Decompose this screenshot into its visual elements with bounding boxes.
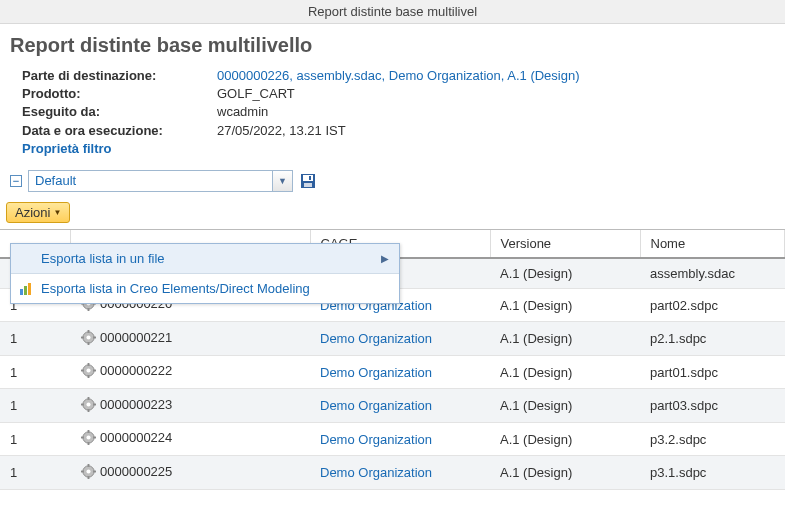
cell-name: p3.1.sdpc [640, 456, 785, 490]
cell-level: 1 [0, 389, 70, 423]
target-part-link[interactable]: 0000000226, assembly.sdac, Demo Organiza… [217, 67, 580, 85]
svg-rect-20 [81, 370, 84, 372]
chart-icon [19, 281, 41, 296]
cell-name: part01.sdpc [640, 355, 785, 389]
column-version: Versione [490, 230, 640, 258]
svg-rect-27 [93, 404, 96, 406]
cell-organization[interactable]: Demo Organization [310, 456, 490, 490]
svg-point-11 [86, 335, 90, 339]
gear-icon [80, 430, 96, 446]
cell-name: p3.2.sdpc [640, 422, 785, 456]
cell-version: A.1 (Design) [490, 422, 640, 456]
cell-version: A.1 (Design) [490, 288, 640, 322]
chevron-down-icon: ▼ [53, 208, 61, 217]
cell-number: 0000000224 [70, 422, 310, 456]
svg-rect-40 [20, 289, 23, 295]
save-icon[interactable] [299, 172, 317, 190]
executed-by-label: Eseguito da: [22, 103, 217, 121]
svg-rect-14 [81, 337, 84, 339]
svg-point-29 [86, 436, 90, 440]
cell-organization[interactable]: Demo Organization [310, 322, 490, 356]
collapse-icon[interactable]: − [10, 175, 22, 187]
cell-version: A.1 (Design) [490, 322, 640, 356]
executed-by-value: wcadmin [217, 103, 268, 121]
datetime-value: 27/05/2022, 13.21 IST [217, 122, 346, 140]
submenu-arrow-icon: ▶ [381, 253, 389, 264]
cell-organization[interactable]: Demo Organization [310, 422, 490, 456]
product-label: Prodotto: [22, 85, 217, 103]
svg-rect-2 [304, 183, 312, 187]
svg-rect-41 [24, 286, 27, 295]
target-part-label: Parte di destinazione: [22, 67, 217, 85]
svg-rect-30 [87, 430, 89, 433]
actions-button-label: Azioni [15, 205, 50, 220]
svg-rect-31 [87, 443, 89, 446]
svg-rect-32 [81, 437, 84, 439]
page-title: Report distinte base multilivello [0, 24, 785, 65]
chevron-down-icon[interactable]: ▼ [272, 171, 292, 191]
view-combobox[interactable]: ▼ [28, 170, 293, 192]
svg-rect-26 [81, 404, 84, 406]
cell-version: A.1 (Design) [490, 355, 640, 389]
cell-level: 1 [0, 355, 70, 389]
view-combobox-input[interactable] [29, 173, 272, 188]
svg-rect-18 [87, 363, 89, 366]
svg-rect-19 [87, 376, 89, 379]
view-selector-row: − ▼ [0, 166, 785, 198]
cell-organization[interactable]: Demo Organization [310, 355, 490, 389]
svg-rect-36 [87, 464, 89, 467]
svg-rect-25 [87, 409, 89, 412]
cell-number: 0000000221 [70, 322, 310, 356]
table-row[interactable]: 10000000223Demo OrganizationA.1 (Design)… [0, 389, 785, 423]
cell-organization[interactable]: Demo Organization [310, 389, 490, 423]
svg-point-17 [86, 369, 90, 373]
svg-rect-13 [87, 342, 89, 345]
svg-rect-38 [81, 471, 84, 473]
actions-button[interactable]: Azioni ▼ [6, 202, 70, 223]
actions-menu: Esporta lista in un file ▶ Esporta lista… [10, 243, 400, 304]
svg-rect-42 [28, 283, 31, 295]
cell-name: assembly.sdac [640, 258, 785, 289]
cell-version: A.1 (Design) [490, 456, 640, 490]
svg-rect-15 [93, 337, 96, 339]
column-name: Nome [640, 230, 785, 258]
cell-level: 1 [0, 456, 70, 490]
cell-version: A.1 (Design) [490, 258, 640, 289]
cell-version: A.1 (Design) [490, 389, 640, 423]
menu-export-list-to-file[interactable]: Esporta lista in un file ▶ [11, 244, 399, 273]
gear-icon [80, 463, 96, 479]
filter-properties-link[interactable]: Proprietà filtro [22, 140, 112, 158]
gear-icon [80, 363, 96, 379]
table-row[interactable]: 10000000222Demo OrganizationA.1 (Design)… [0, 355, 785, 389]
cell-name: p2.1.sdpc [640, 322, 785, 356]
menu-item-label: Esporta lista in Creo Elements/Direct Mo… [41, 281, 310, 296]
table-row[interactable]: 10000000224Demo OrganizationA.1 (Design)… [0, 422, 785, 456]
datetime-label: Data e ora esecuzione: [22, 122, 217, 140]
svg-rect-7 [87, 309, 89, 312]
svg-rect-24 [87, 397, 89, 400]
window-titlebar: Report distinte base multilivel [0, 0, 785, 24]
svg-rect-1 [303, 175, 313, 181]
menu-export-creo[interactable]: Esporta lista in Creo Elements/Direct Mo… [11, 274, 399, 303]
svg-rect-33 [93, 437, 96, 439]
window-title: Report distinte base multilivel [308, 4, 477, 19]
cell-number: 0000000225 [70, 456, 310, 490]
svg-point-35 [86, 469, 90, 473]
svg-rect-12 [87, 330, 89, 333]
cell-level: 1 [0, 322, 70, 356]
product-value: GOLF_CART [217, 85, 295, 103]
cell-name: part03.sdpc [640, 389, 785, 423]
svg-rect-37 [87, 476, 89, 479]
svg-rect-39 [93, 471, 96, 473]
cell-level: 1 [0, 422, 70, 456]
gear-icon [80, 329, 96, 345]
svg-point-23 [86, 402, 90, 406]
report-meta: Parte di destinazione: 0000000226, assem… [0, 65, 785, 166]
svg-rect-3 [309, 176, 311, 180]
cell-name: part02.sdpc [640, 288, 785, 322]
svg-rect-21 [93, 370, 96, 372]
menu-item-label: Esporta lista in un file [41, 251, 165, 266]
table-row[interactable]: 10000000225Demo OrganizationA.1 (Design)… [0, 456, 785, 490]
table-row[interactable]: 10000000221Demo OrganizationA.1 (Design)… [0, 322, 785, 356]
gear-icon [80, 396, 96, 412]
